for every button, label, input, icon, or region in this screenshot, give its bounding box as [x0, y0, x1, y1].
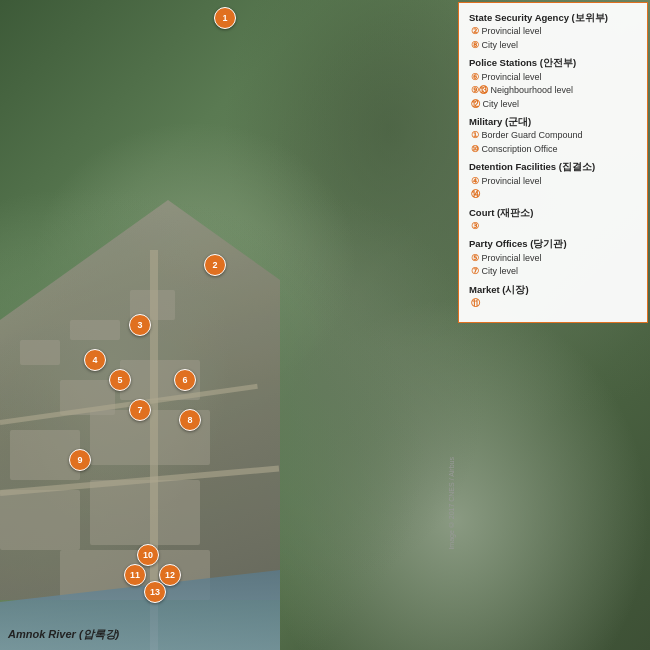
marker-7[interactable]: 7: [129, 399, 151, 421]
marker-2[interactable]: 2: [204, 254, 226, 276]
legend-num-court-0: ③: [471, 221, 479, 231]
map-container: Image © 2017 CNES / Airbus 1234567891011…: [0, 0, 650, 650]
legend-item-police-stations-0: ⑥ Provincial level: [469, 71, 637, 85]
legend-section-market: Market (시장)⑪: [469, 283, 637, 311]
image-credit: Image © 2017 CNES / Airbus: [448, 457, 455, 550]
marker-3[interactable]: 3: [129, 314, 151, 336]
buildings-8: [0, 490, 80, 550]
legend-section-court: Court (재판소)③: [469, 206, 637, 234]
legend-text-military-1: Conscription Office: [482, 144, 558, 154]
legend-text-detention-0: Provincial level: [482, 176, 542, 186]
legend-item-police-stations-2: ⑫ City level: [469, 98, 637, 112]
legend-num-police-stations-2: ⑫: [471, 99, 483, 109]
legend-item-military-0: ① Border Guard Compound: [469, 129, 637, 143]
legend-title-market: Market (시장): [469, 283, 637, 297]
legend-num-market-0: ⑪: [471, 298, 480, 308]
legend-item-court-0: ③: [469, 220, 637, 234]
river-label: Amnok River (압록강): [8, 627, 119, 642]
legend-title-military: Military (군대): [469, 115, 637, 129]
legend-text-police-stations-0: Provincial level: [482, 72, 542, 82]
marker-5[interactable]: 5: [109, 369, 131, 391]
marker-6[interactable]: 6: [174, 369, 196, 391]
legend-item-market-0: ⑪: [469, 297, 637, 311]
legend-item-party-offices-0: ⑤ Provincial level: [469, 252, 637, 266]
marker-10[interactable]: 10: [137, 544, 159, 566]
buildings-9: [90, 480, 200, 545]
legend-title-party-offices: Party Offices (당기관): [469, 237, 637, 251]
buildings-1: [20, 340, 60, 365]
legend-text-state-security-0: Provincial level: [482, 26, 542, 36]
marker-1[interactable]: 1: [214, 7, 236, 29]
legend-num-state-security-0: ②: [471, 26, 482, 36]
legend-item-detention-0: ④ Provincial level: [469, 175, 637, 189]
legend-section-military: Military (군대)① Border Guard Compound⑩ Co…: [469, 115, 637, 156]
legend-title-detention: Detention Facilities (집결소): [469, 160, 637, 174]
legend-section-detention: Detention Facilities (집결소)④ Provincial l…: [469, 160, 637, 201]
buildings-2: [70, 320, 120, 340]
marker-12[interactable]: 12: [159, 564, 181, 586]
legend-num-party-offices-1: ⑦: [471, 266, 482, 276]
legend-item-party-offices-1: ⑦ City level: [469, 265, 637, 279]
legend-text-police-stations-1: Neighbourhood level: [491, 85, 574, 95]
legend-num-police-stations-1: ⑨⑬: [471, 85, 491, 95]
legend-item-state-security-1: ⑧ City level: [469, 39, 637, 53]
legend-text-state-security-1: City level: [482, 40, 519, 50]
legend-title-court: Court (재판소): [469, 206, 637, 220]
legend-text-military-0: Border Guard Compound: [482, 130, 583, 140]
legend-num-party-offices-0: ⑤: [471, 253, 482, 263]
marker-8[interactable]: 8: [179, 409, 201, 431]
legend-num-state-security-1: ⑧: [471, 40, 482, 50]
marker-13[interactable]: 13: [144, 581, 166, 603]
legend-item-detention-1: ⑭: [469, 188, 637, 202]
legend-section-party-offices: Party Offices (당기관)⑤ Provincial level⑦ C…: [469, 237, 637, 278]
legend-item-police-stations-1: ⑨⑬ Neighbourhood level: [469, 84, 637, 98]
legend-num-detention-0: ④: [471, 176, 482, 186]
marker-4[interactable]: 4: [84, 349, 106, 371]
legend-num-military-1: ⑩: [471, 144, 482, 154]
legend-num-police-stations-0: ⑥: [471, 72, 482, 82]
legend-text-party-offices-1: City level: [482, 266, 519, 276]
legend-section-state-security: State Security Agency (보위부)② Provincial …: [469, 11, 637, 52]
legend-num-detention-1: ⑭: [471, 189, 480, 199]
legend-text-police-stations-2: City level: [483, 99, 520, 109]
legend-title-police-stations: Police Stations (안전부): [469, 56, 637, 70]
legend-panel: State Security Agency (보위부)② Provincial …: [458, 2, 648, 323]
legend-num-military-0: ①: [471, 130, 482, 140]
legend-title-state-security: State Security Agency (보위부): [469, 11, 637, 25]
marker-11[interactable]: 11: [124, 564, 146, 586]
legend-text-party-offices-0: Provincial level: [482, 253, 542, 263]
marker-9[interactable]: 9: [69, 449, 91, 471]
legend-item-state-security-0: ② Provincial level: [469, 25, 637, 39]
legend-section-police-stations: Police Stations (안전부)⑥ Provincial level⑨…: [469, 56, 637, 111]
legend-item-military-1: ⑩ Conscription Office: [469, 143, 637, 157]
